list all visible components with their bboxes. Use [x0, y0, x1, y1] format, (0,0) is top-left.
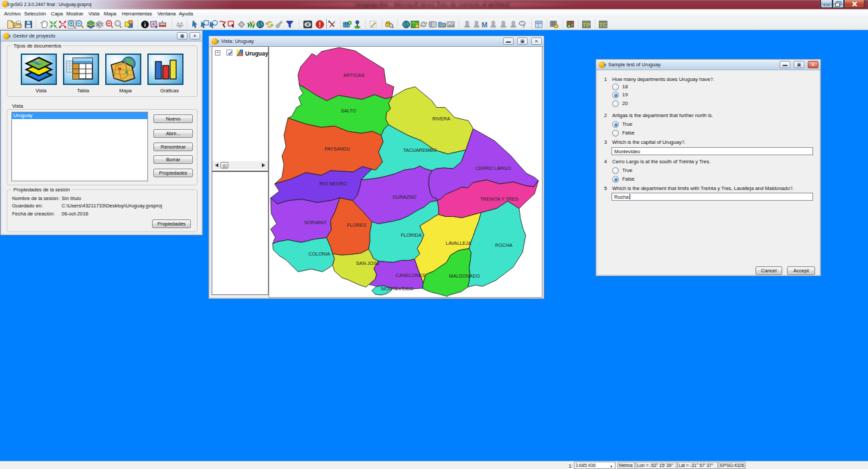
svg-text:ROCHA: ROCHA	[495, 243, 512, 248]
svg-text:TC: TC	[599, 21, 607, 28]
svg-text:SORIANO: SORIANO	[304, 220, 326, 225]
svg-text:LAVALLEJA: LAVALLEJA	[445, 241, 472, 246]
svg-text:TP: TP	[583, 21, 590, 28]
svg-text:MALDONADO: MALDONADO	[449, 274, 480, 279]
svg-text:COLONIA: COLONIA	[309, 252, 330, 257]
svg-text:FLORIDA: FLORIDA	[401, 233, 421, 238]
svg-text:TACUAREMBO: TACUAREMBO	[403, 148, 437, 153]
svg-text:SALTO: SALTO	[341, 108, 356, 114]
svg-text:CANELONES: CANELONES	[396, 273, 425, 278]
svg-text:RIVERA: RIVERA	[432, 116, 450, 122]
svg-text:ARTIGAS: ARTIGAS	[344, 73, 365, 78]
svg-text:CERRO LARGO: CERRO LARGO	[476, 166, 511, 171]
svg-text:SAN JOSE: SAN JOSE	[356, 261, 380, 266]
svg-text:FLORES: FLORES	[347, 223, 366, 228]
svg-text:TREINTA Y TRES: TREINTA Y TRES	[480, 197, 518, 202]
svg-text:MONTEVIDEO: MONTEVIDEO	[381, 286, 414, 292]
svg-text:DURAZNO: DURAZNO	[392, 195, 417, 200]
svg-text:RIO NEGRO: RIO NEGRO	[319, 181, 347, 187]
svg-text:PAYSANDU: PAYSANDU	[324, 147, 350, 152]
svg-text:M: M	[482, 21, 488, 29]
svg-text:i: i	[144, 21, 145, 28]
